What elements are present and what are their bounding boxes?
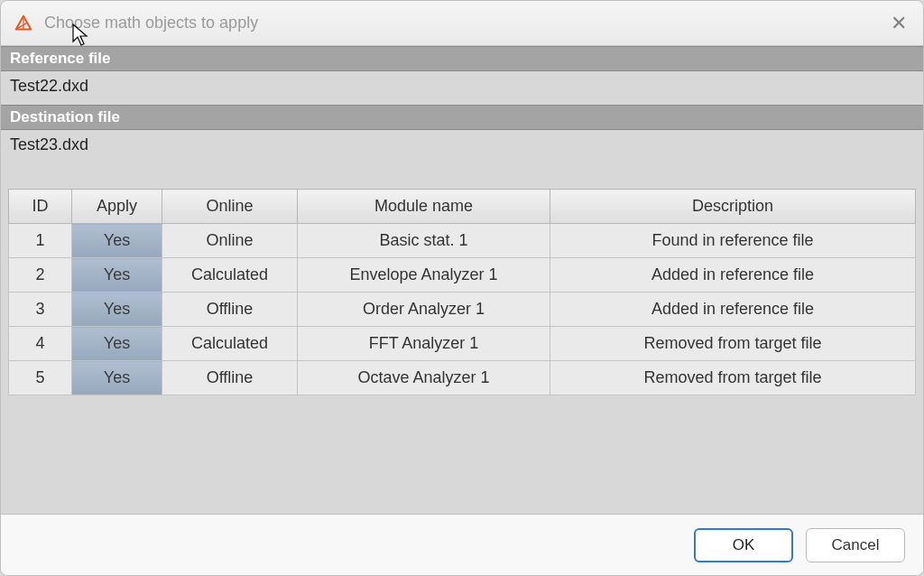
cell-id: 2: [9, 258, 72, 293]
cell-module: Octave Analyzer 1: [298, 361, 550, 395]
ok-button[interactable]: OK: [694, 528, 793, 562]
destination-file-header: Destination file: [1, 105, 923, 130]
cell-apply: Yes: [72, 224, 162, 258]
dialog-window: Choose math objects to apply ✕ Reference…: [0, 0, 924, 576]
cell-module: Envelope Analyzer 1: [298, 258, 550, 293]
app-logo-icon: [14, 14, 33, 33]
cell-description: Added in reference file: [550, 258, 916, 293]
cell-description: Added in reference file: [550, 293, 916, 327]
dialog-footer: OK Cancel: [1, 514, 923, 575]
table-row[interactable]: 3YesOfflineOrder Analyzer 1Added in refe…: [9, 293, 916, 327]
cancel-button[interactable]: Cancel: [806, 528, 905, 562]
cell-online: Online: [162, 224, 298, 258]
cell-id: 5: [9, 361, 72, 395]
cell-apply: Yes: [72, 327, 162, 361]
cell-description: Removed from target file: [550, 327, 916, 361]
table-row[interactable]: 1YesOnlineBasic stat. 1Found in referenc…: [9, 224, 916, 258]
reference-file-value: Test22.dxd: [1, 71, 923, 105]
table-header-row: ID Apply Online Module name Description: [9, 190, 916, 224]
cell-online: Offline: [162, 293, 298, 327]
col-header-description[interactable]: Description: [550, 190, 916, 224]
cell-online: Calculated: [162, 327, 298, 361]
cell-online: Calculated: [162, 258, 298, 293]
cell-apply: Yes: [72, 258, 162, 293]
col-header-id[interactable]: ID: [9, 190, 72, 224]
cell-module: FFT Analyzer 1: [298, 327, 550, 361]
close-icon[interactable]: ✕: [891, 14, 907, 33]
titlebar: Choose math objects to apply ✕: [1, 1, 923, 46]
table-row[interactable]: 5YesOfflineOctave Analyzer 1Removed from…: [9, 361, 916, 395]
cell-description: Removed from target file: [550, 361, 916, 395]
cell-module: Basic stat. 1: [298, 224, 550, 258]
col-header-module[interactable]: Module name: [298, 190, 550, 224]
cell-id: 1: [9, 224, 72, 258]
cell-id: 4: [9, 327, 72, 361]
table-row[interactable]: 2YesCalculatedEnvelope Analyzer 1Added i…: [9, 258, 916, 293]
cell-apply: Yes: [72, 293, 162, 327]
cell-online: Offline: [162, 361, 298, 395]
col-header-online[interactable]: Online: [162, 190, 298, 224]
col-header-apply[interactable]: Apply: [72, 190, 162, 224]
dialog-title: Choose math objects to apply: [44, 14, 258, 33]
table-area: ID Apply Online Module name Description …: [1, 163, 923, 514]
cell-description: Found in reference file: [550, 224, 916, 258]
modules-table: ID Apply Online Module name Description …: [8, 189, 916, 395]
cell-apply: Yes: [72, 361, 162, 395]
table-row[interactable]: 4YesCalculatedFFT Analyzer 1Removed from…: [9, 327, 916, 361]
cell-id: 3: [9, 293, 72, 327]
destination-file-value: Test23.dxd: [1, 130, 923, 163]
cell-module: Order Analyzer 1: [298, 293, 550, 327]
reference-file-header: Reference file: [1, 46, 923, 71]
